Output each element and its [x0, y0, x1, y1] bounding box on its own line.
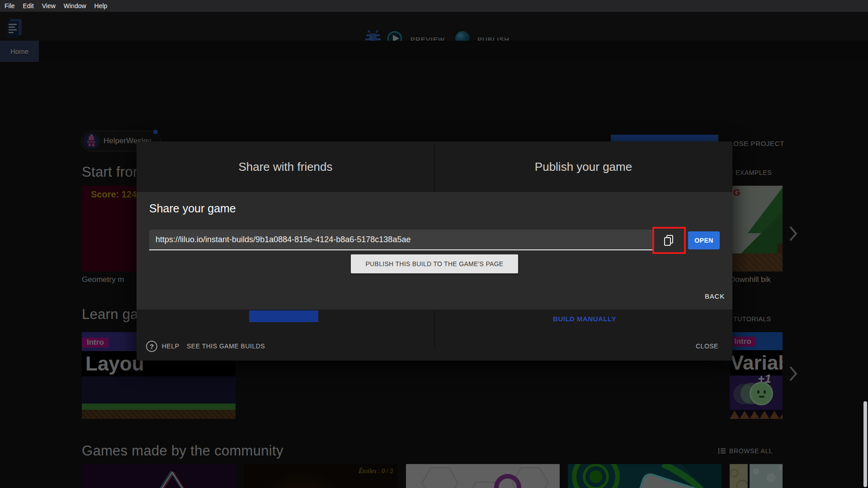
annotation-highlight-box: [652, 227, 686, 254]
share-panel-title: Share your game: [149, 202, 236, 215]
generate-link-button-sliver: [249, 310, 318, 322]
menu-edit[interactable]: Edit: [23, 2, 34, 9]
scrollbar-thumb[interactable]: [863, 401, 867, 487]
app-window: File Edit View Window Help PREVIEW: [0, 0, 868, 488]
tab-share-with-friends[interactable]: Share with friends: [137, 141, 434, 192]
menu-window[interactable]: Window: [64, 2, 86, 9]
share-panel: Share your game https://liluo.io/instant…: [137, 192, 732, 310]
tab-divider: [434, 141, 435, 192]
menu-help[interactable]: Help: [94, 2, 108, 9]
tab-publish-your-game[interactable]: Publish your game: [434, 141, 732, 192]
menu-view[interactable]: View: [42, 2, 56, 9]
menu-bar: File Edit View Window Help: [0, 0, 868, 12]
menu-file[interactable]: File: [5, 2, 15, 9]
svg-text:?: ?: [150, 343, 154, 350]
column-divider: [434, 310, 435, 348]
share-dialog: Share with friends Publish your game Sha…: [137, 141, 732, 361]
build-url-field[interactable]: https://liluo.io/instant-builds/9b1a0884…: [149, 230, 653, 250]
publish-build-button[interactable]: PUBLISH THIS BUILD TO THE GAME'S PAGE: [351, 254, 518, 273]
help-button[interactable]: HELP: [162, 343, 179, 350]
close-button[interactable]: CLOSE: [696, 343, 718, 350]
open-build-button[interactable]: OPEN: [688, 231, 720, 249]
see-builds-link[interactable]: SEE THIS GAME BUILDS: [187, 343, 265, 350]
back-button[interactable]: BACK: [690, 292, 725, 300]
help-icon[interactable]: ?: [146, 340, 158, 352]
build-url-text: https://liluo.io/instant-builds/9b1a0884…: [149, 235, 410, 244]
build-manually-link[interactable]: BUILD MANUALLY: [548, 315, 621, 323]
